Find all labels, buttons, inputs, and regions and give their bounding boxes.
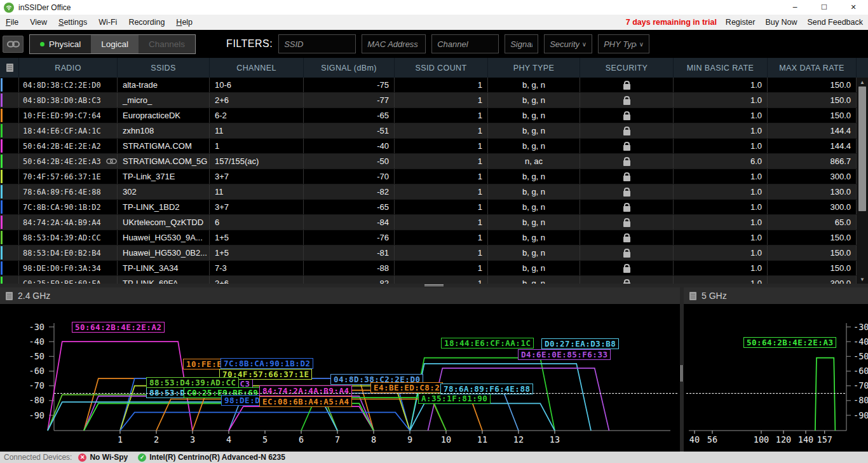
network-label[interactable]: EC:08:6B:A4:A5:A4: [259, 396, 352, 407]
filter-input-ssid[interactable]: [284, 39, 350, 49]
cell-max-data-rate: 150.0: [768, 93, 857, 107]
menu-view[interactable]: View: [24, 16, 53, 29]
filter-security[interactable]: ∨: [544, 34, 592, 53]
table-row[interactable]: 50:64:2B:4E:2E:A2STRATIGMA.COM1-401b, g,…: [0, 139, 868, 154]
lock-icon: [623, 114, 630, 120]
minimize-button[interactable]: ─: [780, 0, 810, 15]
table-row[interactable]: 10:FE:ED:99:C7:64EuropracticeDK6-2-651b,…: [0, 108, 868, 123]
table-scrollbar[interactable]: ▲ ▼: [857, 78, 868, 284]
menu-link-register[interactable]: Register: [726, 18, 756, 27]
table-row[interactable]: 7C:8B:CA:90:1B:D2TP-LINK_1BD23+7-651b, g…: [0, 200, 868, 215]
network-label[interactable]: 7C:8B:CA:90:1B:D2: [220, 358, 313, 369]
table-row[interactable]: 84:74:2A:4A:B9:A4UKrtelecom_QzKTDD6-841b…: [0, 215, 868, 230]
row-color-cell: [0, 93, 19, 107]
spectrum-charts: 2.4 GHz -30-40-50-60-70-80-9012345678910…: [0, 287, 868, 452]
table-row[interactable]: 04:8D:38:D0:AB:C3_micro_2+6-771b, g, n1.…: [0, 93, 868, 108]
network-label[interactable]: 88:53:D4:39:AD:CC: [146, 377, 239, 388]
table-row[interactable]: 88:53:D4:E0:B2:B4Huawei_HG530_0B2...1+5-…: [0, 245, 868, 261]
cell-phy-type: b, g, n: [488, 200, 580, 214]
lock-icon: [623, 130, 630, 135]
svg-text:3: 3: [190, 434, 195, 445]
column-header-ssids[interactable]: SSIDS: [118, 58, 210, 78]
column-header-channel[interactable]: CHANNEL: [210, 58, 304, 78]
cell-channel: 3+7: [210, 200, 304, 214]
vsplitter-grip[interactable]: [681, 365, 683, 382]
menu-help[interactable]: Help: [170, 16, 198, 29]
cell-security: [580, 245, 674, 260]
menu-recording[interactable]: Recording: [123, 16, 170, 29]
maximize-button[interactable]: ☐: [810, 0, 839, 15]
copy-icon[interactable]: [6, 64, 13, 72]
network-label[interactable]: D0:27:EA:D3:B8: [541, 338, 619, 349]
network-label[interactable]: 84:74:2A:4A:B9:A4: [259, 385, 352, 396]
cell-ssid: UKrtelecom_QzKTDD: [118, 215, 210, 230]
network-label[interactable]: 18:44:E6:CF:AA:1C: [441, 338, 534, 349]
filter-input-security[interactable]: [550, 39, 580, 49]
table-row[interactable]: 70:4F:57:66:37:1ETP-Link_371E3+7-701b, g…: [0, 169, 868, 184]
scroll-up-icon[interactable]: ▲: [858, 78, 867, 86]
svg-text:4: 4: [226, 434, 231, 445]
menu-wifi[interactable]: Wi-Fi: [93, 16, 123, 29]
cell-ssid: TP-LINK_3A34: [118, 261, 210, 275]
filter-signal[interactable]: [505, 34, 538, 53]
column-header-phy-type[interactable]: PHY TYPE: [488, 58, 580, 78]
column-header-max-data-rate[interactable]: MAX DATA RATE: [768, 58, 857, 78]
cell-ssid: EuropracticeDK: [118, 108, 210, 123]
cell-channel: 1: [210, 139, 304, 153]
network-label[interactable]: 50:64:2B:4E:2E:A3: [743, 337, 836, 348]
table-row[interactable]: 04:8D:38:C2:2E:D0alta-trade10-6-751b, g,…: [0, 78, 868, 93]
menu-link-send-feedback[interactable]: Send Feedback: [807, 18, 863, 27]
chart-5ghz-title: 5 GHz: [702, 291, 727, 301]
cell-security: [580, 215, 674, 230]
chart-canvas-g5: -30-40-50-60-70-80-904056100120140157: [684, 304, 868, 452]
filter-input-channel[interactable]: [437, 39, 493, 49]
scrollbar-thumb[interactable]: [858, 86, 866, 211]
column-header-radio[interactable]: RADIO: [19, 58, 118, 78]
svg-text:-70: -70: [853, 380, 868, 390]
table-row[interactable]: 98:DE:D0:F0:3A:34TP-LINK_3A347-3-881b, g…: [0, 261, 868, 276]
table-row[interactable]: 88:53:D4:39:AD:CCHuawei_HG530_9A...1+5-7…: [0, 230, 868, 245]
table-row[interactable]: C0:25:E9:BE:69:FATP-LINK_69FA2+6-821b, g…: [0, 276, 868, 284]
cell-channel: 7-3: [210, 261, 304, 275]
cell-min-basic-rate: 1.0: [674, 261, 768, 275]
network-label[interactable]: A:35:1F:81:90: [418, 393, 491, 404]
cell-ssid-count: 1: [395, 230, 488, 245]
cell-radio: 98:DE:D0:F0:3A:34: [19, 261, 118, 275]
column-header-signal-dbm-[interactable]: SIGNAL (dBm): [304, 58, 395, 78]
connected-devices-label: Connected Devices:: [4, 453, 72, 462]
filter-input-phy-type[interactable]: [604, 39, 637, 49]
filter-input-signal[interactable]: [510, 39, 532, 49]
filter-input-mac-address[interactable]: [367, 39, 420, 49]
scroll-down-icon[interactable]: ▼: [858, 275, 867, 283]
column-header-security[interactable]: SECURITY: [580, 58, 674, 78]
tab-physical[interactable]: Physical: [30, 35, 91, 53]
cell-radio: 04:8D:38:C2:2E:D0: [19, 78, 118, 92]
table-row[interactable]: 50:64:2B:4E:2E:A3STRATIGMA.COM_5G157/155…: [0, 154, 868, 169]
cell-signal: -40: [304, 139, 395, 153]
menu-file[interactable]: File: [0, 16, 24, 29]
filter-phy-type[interactable]: ∨: [598, 34, 649, 53]
cell-signal: -50: [304, 154, 395, 169]
row-color-cell: [0, 215, 19, 230]
copy-icon[interactable]: [689, 292, 696, 300]
network-label[interactable]: E4:BE:ED:C8:2: [370, 382, 443, 393]
filter-channel[interactable]: [431, 34, 499, 53]
column-header-ssid-count[interactable]: SSID COUNT: [395, 58, 488, 78]
table-row[interactable]: 18:44:E6:CF:AA:1Czxhn10811-511b, g, n1.0…: [0, 123, 868, 139]
menu-settings[interactable]: Settings: [53, 16, 93, 29]
menu-link-buy-now[interactable]: Buy Now: [765, 18, 797, 27]
lock-icon: [623, 252, 630, 258]
cell-signal: -82: [304, 276, 395, 284]
column-header-min-basic-rate[interactable]: MIN BASIC RATE: [674, 58, 768, 78]
close-button[interactable]: ✕: [839, 0, 868, 15]
splitter-grip[interactable]: [424, 284, 444, 287]
cell-min-basic-rate: 6.0: [674, 154, 768, 169]
tab-logical[interactable]: Logical: [91, 35, 139, 53]
copy-icon[interactable]: [6, 292, 13, 300]
network-label[interactable]: D4:6E:0E:85:F6:33: [518, 349, 611, 360]
filter-mac-address[interactable]: [362, 34, 426, 53]
link-pairing-button[interactable]: [3, 36, 24, 53]
network-label[interactable]: 50:64:2B:4E:2E:A2: [72, 322, 165, 333]
filter-ssid[interactable]: [278, 34, 356, 53]
table-row[interactable]: 78:6A:89:F6:4E:8830211-821b, g, n1.0130.…: [0, 184, 868, 200]
